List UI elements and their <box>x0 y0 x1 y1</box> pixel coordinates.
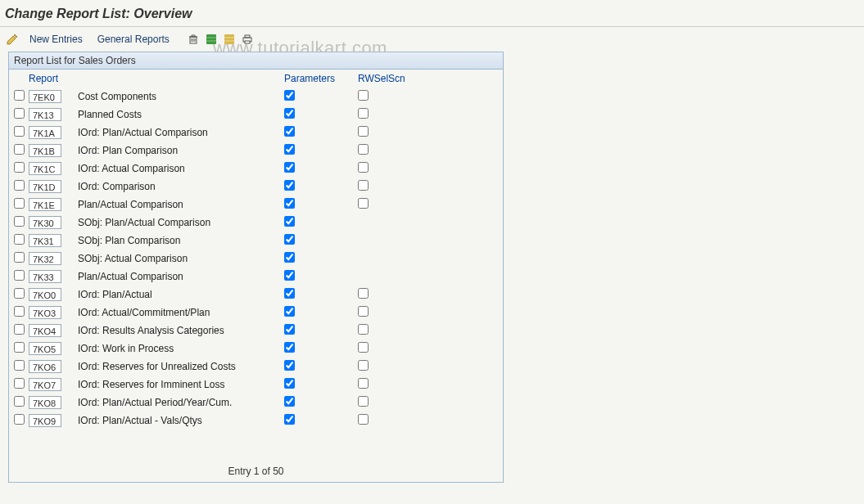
report-code[interactable]: 7K13 <box>29 108 61 121</box>
rwselscn-checkbox[interactable] <box>358 378 369 389</box>
col-report[interactable]: Report <box>29 73 78 84</box>
parameters-checkbox[interactable] <box>284 324 295 335</box>
row-select-checkbox[interactable] <box>14 180 25 191</box>
report-code[interactable]: 7K1C <box>29 162 61 175</box>
report-code[interactable]: 7KO0 <box>29 288 61 301</box>
col-rwselscn[interactable]: RWSelScn <box>356 73 430 84</box>
deselect-all-icon[interactable] <box>222 32 237 47</box>
report-code[interactable]: 7K1B <box>29 144 61 157</box>
report-code[interactable]: 7K1D <box>29 180 61 193</box>
row-select-checkbox[interactable] <box>14 90 25 101</box>
report-code[interactable]: 7K33 <box>29 270 61 283</box>
rwselscn-checkbox[interactable] <box>358 360 369 371</box>
edit-icon[interactable] <box>5 32 20 47</box>
row-select-checkbox[interactable] <box>14 360 25 371</box>
report-code[interactable]: 7KO9 <box>29 414 61 427</box>
svg-rect-8 <box>245 35 250 38</box>
row-select-checkbox[interactable] <box>14 126 25 137</box>
table-row: 7K32SObj: Actual Comparison <box>14 250 498 268</box>
col-parameters[interactable]: Parameters <box>283 73 356 84</box>
parameters-checkbox[interactable] <box>284 252 295 263</box>
delete-icon[interactable] <box>186 32 201 47</box>
select-all-icon[interactable] <box>204 32 219 47</box>
rwselscn-checkbox[interactable] <box>358 396 369 407</box>
report-code[interactable]: 7KO6 <box>29 360 61 373</box>
rwselscn-checkbox[interactable] <box>358 90 369 101</box>
report-code[interactable]: 7KO7 <box>29 378 61 391</box>
parameters-checkbox[interactable] <box>284 216 295 227</box>
rwselscn-checkbox[interactable] <box>358 288 369 299</box>
parameters-checkbox[interactable] <box>284 270 295 281</box>
row-select-checkbox[interactable] <box>14 306 25 317</box>
rwselscn-checkbox[interactable] <box>358 198 369 209</box>
row-select-checkbox[interactable] <box>14 216 25 227</box>
report-description: Plan/Actual Comparison <box>78 271 283 282</box>
parameters-checkbox[interactable] <box>284 360 295 371</box>
report-code[interactable]: 7K30 <box>29 216 61 229</box>
row-select-checkbox[interactable] <box>14 288 25 299</box>
parameters-checkbox[interactable] <box>284 90 295 101</box>
rwselscn-checkbox[interactable] <box>358 108 369 119</box>
parameters-checkbox[interactable] <box>284 414 295 425</box>
parameters-checkbox[interactable] <box>284 126 295 137</box>
report-code[interactable]: 7K31 <box>29 234 61 247</box>
row-select-checkbox[interactable] <box>14 270 25 281</box>
row-select-checkbox[interactable] <box>14 324 25 335</box>
report-code[interactable]: 7EK0 <box>29 90 61 103</box>
rwselscn-checkbox[interactable] <box>358 126 369 137</box>
parameters-checkbox[interactable] <box>284 306 295 317</box>
rwselscn-checkbox[interactable] <box>358 414 369 425</box>
rwselscn-checkbox[interactable] <box>358 180 369 191</box>
rwselscn-checkbox[interactable] <box>358 324 369 335</box>
row-select-checkbox[interactable] <box>14 414 25 425</box>
parameters-checkbox[interactable] <box>284 162 295 173</box>
panel-title: Report List for Sales Orders <box>9 52 503 70</box>
parameters-checkbox[interactable] <box>284 342 295 353</box>
report-code[interactable]: 7KO8 <box>29 396 61 409</box>
parameters-checkbox[interactable] <box>284 288 295 299</box>
parameters-checkbox[interactable] <box>284 396 295 407</box>
row-select-checkbox[interactable] <box>14 252 25 263</box>
rwselscn-checkbox[interactable] <box>358 342 369 353</box>
report-description: IOrd: Actual/Commitment/Plan <box>78 307 283 318</box>
rwselscn-checkbox[interactable] <box>358 162 369 173</box>
report-description: IOrd: Work in Process <box>78 343 283 354</box>
table-row: 7K13Planned Costs <box>14 106 498 124</box>
parameters-checkbox[interactable] <box>284 198 295 209</box>
report-code[interactable]: 7KO5 <box>29 342 61 355</box>
svg-rect-6 <box>224 40 234 42</box>
report-code[interactable]: 7K1E <box>29 198 61 211</box>
new-entries-button[interactable]: New Entries <box>25 32 88 47</box>
report-code[interactable]: 7KO4 <box>29 324 61 337</box>
parameters-checkbox[interactable] <box>284 180 295 191</box>
table-row: 7K1BIOrd: Plan Comparison <box>14 142 498 160</box>
report-code[interactable]: 7K32 <box>29 252 61 265</box>
parameters-checkbox[interactable] <box>284 234 295 245</box>
row-select-checkbox[interactable] <box>14 198 25 209</box>
report-description: IOrd: Actual Comparison <box>78 163 283 174</box>
row-select-checkbox[interactable] <box>14 108 25 119</box>
report-description: IOrd: Plan Comparison <box>78 145 283 156</box>
table-row: 7K1AIOrd: Plan/Actual Comparison <box>14 124 498 142</box>
row-select-checkbox[interactable] <box>14 342 25 353</box>
report-code[interactable]: 7K1A <box>29 126 61 139</box>
report-description: IOrd: Plan/Actual Comparison <box>78 127 283 138</box>
row-select-checkbox[interactable] <box>14 162 25 173</box>
table-row: 7KO0IOrd: Plan/Actual <box>14 286 498 304</box>
report-description: IOrd: Reserves for Unrealized Costs <box>78 361 283 372</box>
parameters-checkbox[interactable] <box>284 108 295 119</box>
row-select-checkbox[interactable] <box>14 234 25 245</box>
rwselscn-checkbox[interactable] <box>358 144 369 155</box>
rwselscn-checkbox[interactable] <box>358 306 369 317</box>
print-icon[interactable] <box>240 32 255 47</box>
row-select-checkbox[interactable] <box>14 144 25 155</box>
parameters-checkbox[interactable] <box>284 144 295 155</box>
report-code[interactable]: 7KO3 <box>29 306 61 319</box>
report-description: IOrd: Plan/Actual Period/Year/Cum. <box>78 397 283 408</box>
parameters-checkbox[interactable] <box>284 378 295 389</box>
grid-footer: Entry 1 of 50 <box>9 466 503 477</box>
report-list-panel: Report List for Sales Orders Report Para… <box>8 52 504 483</box>
general-reports-button[interactable]: General Reports <box>93 32 174 47</box>
row-select-checkbox[interactable] <box>14 396 25 407</box>
row-select-checkbox[interactable] <box>14 378 25 389</box>
